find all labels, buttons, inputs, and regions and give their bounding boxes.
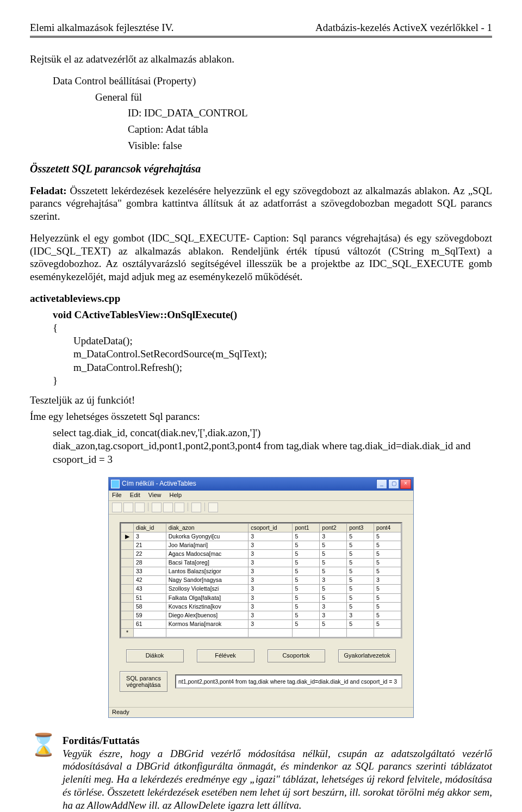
cell[interactable]: 3 xyxy=(248,619,293,628)
cell[interactable]: Kovacs Krisztina[kov xyxy=(166,602,248,611)
cell[interactable]: 5 xyxy=(347,593,374,602)
row-selector[interactable] xyxy=(121,567,134,576)
cell[interactable]: 59 xyxy=(134,611,166,619)
row-selector[interactable]: ▶ xyxy=(121,532,134,541)
table-row[interactable]: 61Kormos Maria[marok35555 xyxy=(121,619,401,628)
cell[interactable]: 3 xyxy=(248,567,293,576)
cell[interactable]: 5 xyxy=(347,585,374,593)
cell[interactable]: 22 xyxy=(134,549,166,558)
cell[interactable]: 5 xyxy=(374,619,401,628)
table-row[interactable]: ▶3Dukorka Gyongyi[cu35355 xyxy=(121,532,401,541)
cell[interactable]: 42 xyxy=(134,576,166,585)
cell[interactable]: 5 xyxy=(374,593,401,602)
cell[interactable]: 51 xyxy=(134,593,166,602)
cell[interactable]: 3 xyxy=(248,585,293,593)
cell[interactable]: 5 xyxy=(320,585,347,593)
minimize-button[interactable]: _ xyxy=(376,479,387,489)
row-selector[interactable] xyxy=(121,585,134,593)
table-row[interactable]: 22Agacs Madocsa[mac35555 xyxy=(121,549,401,558)
row-selector[interactable] xyxy=(121,541,134,549)
cell[interactable]: Szollosy Violetta[szi xyxy=(166,585,248,593)
cell[interactable]: 5 xyxy=(320,549,347,558)
row-selector[interactable] xyxy=(121,611,134,619)
cell[interactable]: 21 xyxy=(134,541,166,549)
toolbar-new-icon[interactable] xyxy=(112,503,122,512)
cell[interactable]: 5 xyxy=(293,585,320,593)
cell[interactable]: 61 xyxy=(134,619,166,628)
cell[interactable]: 3 xyxy=(320,611,347,619)
cell[interactable]: 5 xyxy=(320,619,347,628)
cell[interactable]: 3 xyxy=(248,593,293,602)
cell[interactable]: 33 xyxy=(134,567,166,576)
cell[interactable]: 5 xyxy=(347,541,374,549)
cell[interactable]: 5 xyxy=(347,619,374,628)
cell[interactable]: 3 xyxy=(248,541,293,549)
cell[interactable]: 5 xyxy=(374,549,401,558)
cell[interactable]: 5 xyxy=(347,567,374,576)
cell[interactable]: 3 xyxy=(320,602,347,611)
cell[interactable]: 3 xyxy=(248,549,293,558)
diakok-button[interactable]: Diákok xyxy=(126,649,184,662)
cell[interactable]: Agacs Madocsa[mac xyxy=(166,549,248,558)
toolbar-help-icon[interactable] xyxy=(208,503,218,512)
menu-edit[interactable]: Edit xyxy=(130,492,140,498)
cell[interactable]: 5 xyxy=(293,532,320,541)
table-row[interactable]: 33Lantos Balazs[szigor35555 xyxy=(121,567,401,576)
sql-text-input[interactable]: nt1,pont2,pont3,pont4 from tag,diak wher… xyxy=(175,674,402,689)
row-selector[interactable] xyxy=(121,619,134,628)
cell[interactable]: Nagy Sandor[nagysa xyxy=(166,576,248,585)
cell[interactable]: 5 xyxy=(347,602,374,611)
cell[interactable]: 5 xyxy=(374,541,401,549)
cell[interactable]: 5 xyxy=(347,549,374,558)
column-header[interactable]: diak_azon xyxy=(166,523,248,532)
column-header[interactable]: pont1 xyxy=(293,523,320,532)
menu-file[interactable]: File xyxy=(112,492,122,498)
cell[interactable]: Falkata Olga[falkata] xyxy=(166,593,248,602)
cell[interactable]: 5 xyxy=(293,559,320,567)
cell[interactable]: 58 xyxy=(134,602,166,611)
cell[interactable]: Lantos Balazs[szigor xyxy=(166,567,248,576)
toolbar-save-icon[interactable] xyxy=(135,503,145,512)
row-selector[interactable] xyxy=(121,549,134,558)
cell[interactable]: Joo Maria[mari] xyxy=(166,541,248,549)
cell[interactable]: 5 xyxy=(293,541,320,549)
column-header[interactable]: diak_id xyxy=(134,523,166,532)
table-row[interactable]: 59Diego Alex[buenos]35335 xyxy=(121,611,401,619)
cell[interactable]: 3 xyxy=(347,611,374,619)
toolbar-open-icon[interactable] xyxy=(123,503,133,512)
cell[interactable]: 5 xyxy=(374,567,401,576)
felevek-button[interactable]: Félévek xyxy=(197,649,254,662)
cell[interactable]: 3 xyxy=(248,559,293,567)
cell[interactable]: 5 xyxy=(374,611,401,619)
column-header[interactable]: csoport_id xyxy=(248,523,293,532)
cell[interactable]: 5 xyxy=(347,532,374,541)
cell[interactable]: 5 xyxy=(374,585,401,593)
table-row[interactable]: 21Joo Maria[mari]35555 xyxy=(121,541,401,549)
cell[interactable]: 5 xyxy=(293,602,320,611)
table-row[interactable]: 51Falkata Olga[falkata]35555 xyxy=(121,593,401,602)
cell[interactable]: 3 xyxy=(134,532,166,541)
cell[interactable]: 3 xyxy=(320,532,347,541)
cell[interactable]: 5 xyxy=(320,593,347,602)
cell[interactable]: 5 xyxy=(347,559,374,567)
cell[interactable]: 5 xyxy=(293,611,320,619)
sql-execute-button[interactable]: SQL parancs végrehajtása xyxy=(120,671,167,692)
table-row[interactable]: 28Bacsi Tata[oreg]35555 xyxy=(121,559,401,567)
cell[interactable]: 5 xyxy=(320,567,347,576)
cell[interactable]: 5 xyxy=(374,559,401,567)
cell[interactable]: 5 xyxy=(293,567,320,576)
row-selector[interactable] xyxy=(121,593,134,602)
data-grid[interactable]: diak_iddiak_azoncsoport_idpont1pont2pont… xyxy=(120,522,402,639)
cell[interactable]: 5 xyxy=(293,549,320,558)
toolbar-copy-icon[interactable] xyxy=(163,503,173,512)
cell[interactable]: 5 xyxy=(320,559,347,567)
column-header[interactable]: pont3 xyxy=(347,523,374,532)
cell[interactable]: 5 xyxy=(320,541,347,549)
cell[interactable]: 5 xyxy=(293,619,320,628)
toolbar-cut-icon[interactable] xyxy=(152,503,161,512)
close-button[interactable]: × xyxy=(400,479,411,489)
row-selector[interactable] xyxy=(121,559,134,567)
cell[interactable]: 5 xyxy=(293,576,320,585)
column-header[interactable]: pont4 xyxy=(374,523,401,532)
row-selector[interactable] xyxy=(121,602,134,611)
